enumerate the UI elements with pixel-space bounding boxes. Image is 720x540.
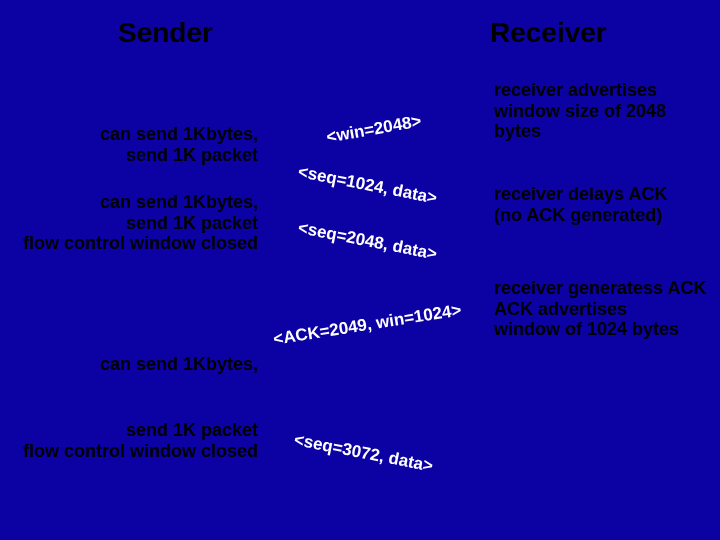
msg-win-2048: <win=2048> xyxy=(325,111,423,147)
heading-receiver: Receiver xyxy=(490,17,607,49)
heading-sender: Sender xyxy=(118,17,213,49)
receiver-note-3: receiver generatess ACK ACK advertises w… xyxy=(494,278,720,340)
msg-seq-1024: <seq=1024, data> xyxy=(296,162,439,209)
receiver-note-2: receiver delays ACK (no ACK generated) xyxy=(494,184,714,225)
sender-note-4: send 1K packet flow control window close… xyxy=(0,420,258,461)
sender-note-2: can send 1Kbytes, send 1K packet flow co… xyxy=(0,192,258,254)
diagram-stage: Sender Receiver can send 1Kbytes, send 1… xyxy=(0,0,720,540)
receiver-note-1: receiver advertises window size of 2048 … xyxy=(494,80,714,142)
msg-seq-3072: <seq=3072, data> xyxy=(292,430,435,477)
sender-note-1: can send 1Kbytes, send 1K packet xyxy=(0,124,258,165)
sender-note-3: can send 1Kbytes, xyxy=(0,354,258,375)
msg-ack-2049: <ACK=2049, win=1024> xyxy=(272,300,463,349)
msg-seq-2048: <seq=2048, data> xyxy=(296,218,439,265)
